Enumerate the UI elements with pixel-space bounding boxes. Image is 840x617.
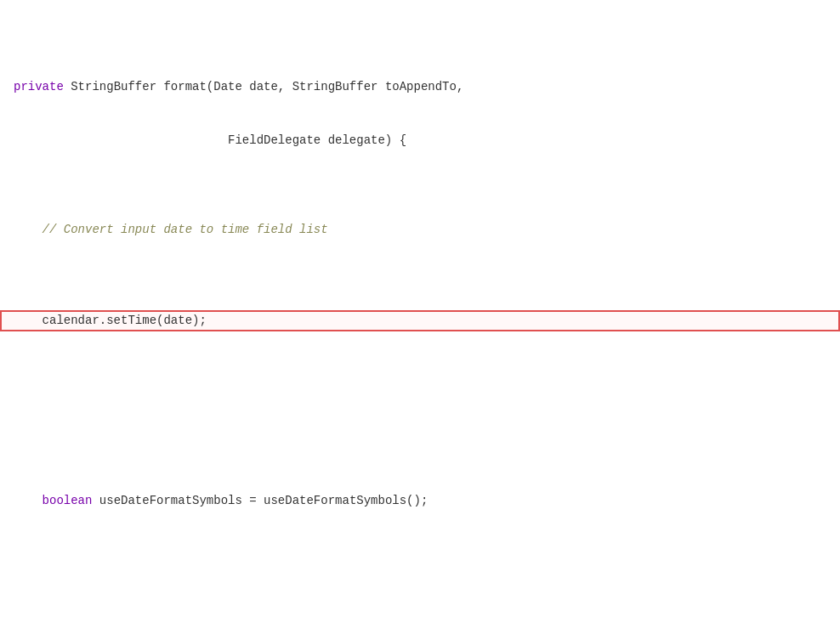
code-line: // Convert input date to time field list bbox=[0, 221, 840, 239]
code-line bbox=[0, 581, 840, 599]
highlighted-code-line: calendar.setTime(date); bbox=[0, 310, 840, 331]
code-container: private StringBuffer format(Date date, S… bbox=[0, 0, 840, 617]
code-block: private StringBuffer format(Date date, S… bbox=[0, 0, 840, 617]
code-line bbox=[0, 403, 840, 421]
code-line: boolean useDateFormatSymbols = useDateFo… bbox=[0, 492, 840, 510]
code-line: private StringBuffer format(Date date, S… bbox=[0, 78, 840, 96]
code-line: FieldDelegate delegate) { bbox=[0, 132, 840, 150]
